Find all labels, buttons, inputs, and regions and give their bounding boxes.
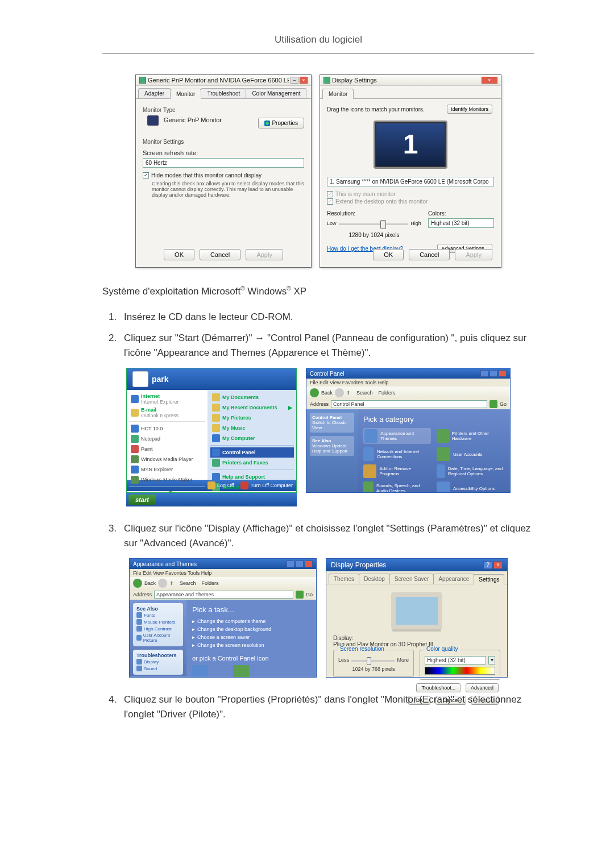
cp-icon-taskbar[interactable]: Taskbar and Start Menu (217, 665, 265, 678)
back-icon[interactable] (310, 388, 319, 397)
my-documents[interactable]: My Documents (210, 392, 294, 402)
address-field[interactable]: Appearance and Themes (154, 591, 293, 599)
close-icon[interactable] (499, 370, 507, 377)
hide-modes-checkbox[interactable]: ✓ (143, 172, 149, 178)
maximize-icon[interactable] (489, 370, 497, 377)
cat-datetime[interactable]: Date, Time, Language, and Regional Optio… (437, 464, 504, 478)
monitor-thumb[interactable]: 1 (374, 121, 447, 169)
my-music[interactable]: My Music (210, 423, 294, 433)
start-item-internet[interactable]: InternetInternet Explorer (129, 392, 205, 406)
color-select[interactable]: Highest (32 bit) (425, 656, 486, 665)
cp-icon-display[interactable]: Display (192, 665, 208, 678)
search-button[interactable]: Search (180, 580, 196, 586)
cat-sound[interactable]: Sounds, Speech, and Audio Devices (363, 481, 431, 493)
side-fonts[interactable]: Fonts (136, 612, 180, 618)
side-contrast[interactable]: High Contrast (136, 625, 180, 632)
printers-faxes[interactable]: Printers and Faxes (210, 458, 294, 468)
search-button[interactable]: Search (356, 390, 373, 396)
resolution-slider[interactable] (351, 656, 395, 666)
cancel-button[interactable]: Cancel (409, 249, 450, 260)
minimize-icon[interactable] (287, 560, 294, 567)
all-programs[interactable]: All Programs▶ (129, 489, 205, 493)
close-icon[interactable]: × (493, 561, 503, 569)
turnoff-button[interactable]: Turn Off Computer (240, 481, 293, 489)
go-icon[interactable] (296, 591, 304, 599)
task-theme[interactable]: ▸Change the computer's theme (192, 617, 310, 625)
switch-classic-link[interactable]: Switch to Classic View (312, 420, 352, 430)
apply-button[interactable]: Apply (455, 249, 492, 260)
folders-button[interactable]: Folders (202, 580, 219, 586)
forward-icon[interactable] (158, 579, 167, 588)
side-account-pic[interactable]: User Account Picture (136, 632, 180, 643)
cat-users[interactable]: User Accounts (437, 447, 504, 461)
my-computer[interactable]: My Computer (210, 433, 294, 443)
see-help-support[interactable]: Help and Support (312, 448, 352, 454)
tab-appearance[interactable]: Appearance (433, 574, 474, 584)
tab-monitor[interactable]: Monitor (322, 89, 354, 99)
identify-monitors-button[interactable]: Identify Monitors (447, 105, 492, 114)
tab-troubleshoot[interactable]: Troubleshoot (201, 88, 246, 98)
start-item-wmm[interactable]: Windows Movie Maker (129, 475, 205, 485)
minimize-button[interactable]: – (291, 77, 298, 84)
close-button[interactable]: × (482, 77, 497, 84)
run[interactable]: Run... (210, 492, 294, 493)
resolution-slider[interactable] (339, 219, 409, 230)
control-panel-menu-item[interactable]: Control Panel (210, 447, 294, 458)
tab-screensaver[interactable]: Screen Saver (389, 574, 434, 584)
tab-themes[interactable]: Themes (329, 574, 359, 584)
troubleshoot-button[interactable]: Troubleshoot... (416, 683, 460, 692)
tab-monitor[interactable]: Monitor (170, 89, 201, 99)
my-recent-docs[interactable]: My Recent Documents▶ (210, 402, 294, 413)
at-menu[interactable]: File Edit View Favorites Tools Help (130, 569, 316, 577)
side-sound[interactable]: Sound (136, 665, 180, 672)
colors-select[interactable]: Highest (32 bit) (428, 218, 494, 228)
monitor-select[interactable]: 1. Samsung **** on NVIDIA GeForce 6600 L… (327, 177, 494, 186)
task-screensaver[interactable]: ▸Choose a screen saver (192, 633, 310, 641)
side-mouse[interactable]: Mouse Pointers (136, 618, 180, 625)
help-support[interactable]: Help and Support (210, 472, 294, 482)
start-item-hct[interactable]: HCT 10.0 (129, 423, 205, 434)
forward-icon[interactable] (335, 388, 344, 397)
start-item-paint[interactable]: Paint (129, 444, 205, 454)
advanced-button[interactable]: Advanced (466, 683, 499, 692)
cp-menu[interactable]: File Edit View Favorites Tools Help (306, 379, 510, 387)
start-item-email[interactable]: E-mailOutlook Express (129, 406, 205, 420)
address-field[interactable]: Control Panel (331, 400, 487, 408)
tab-desktop[interactable]: Desktop (359, 574, 390, 584)
close-icon[interactable] (305, 560, 313, 567)
apply-button[interactable]: Apply (246, 249, 283, 260)
see-windows-update[interactable]: Windows Update (312, 443, 352, 448)
tab-settings[interactable]: Settings (474, 574, 504, 584)
close-button[interactable]: × (300, 77, 308, 84)
side-display[interactable]: Display (136, 658, 180, 665)
task-resolution[interactable]: ▸Change the screen resolution (192, 641, 310, 649)
properties-button[interactable]: Properties (258, 118, 304, 128)
minimize-icon[interactable] (480, 370, 488, 377)
start-item-notepad[interactable]: Notepad (129, 434, 205, 444)
start-button[interactable]: start (128, 495, 156, 505)
my-pictures[interactable]: My Pictures (210, 413, 294, 423)
cat-accessibility[interactable]: Accessibility Options (437, 481, 504, 493)
go-icon[interactable] (489, 400, 497, 408)
tab-adapter[interactable]: Adapter (138, 88, 171, 98)
logoff-button[interactable]: Log Off (208, 481, 234, 489)
up-icon[interactable]: ⬆ (169, 580, 174, 586)
ok-button[interactable]: OK (164, 249, 194, 260)
task-background[interactable]: ▸Change the desktop background (192, 625, 310, 633)
folders-button[interactable]: Folders (379, 390, 396, 396)
help-icon[interactable]: ? (483, 561, 492, 569)
cat-network[interactable]: Network and Internet Connections (363, 447, 431, 461)
start-item-wmp[interactable]: Windows Media Player (129, 454, 205, 464)
tab-color-management[interactable]: Color Management (246, 88, 306, 98)
extend-desktop-checkbox[interactable]: ✓ (327, 198, 333, 205)
maximize-icon[interactable] (296, 560, 304, 567)
cat-appearance-themes[interactable]: Appearance and Themes (363, 428, 431, 444)
back-icon[interactable] (133, 579, 142, 588)
start-item-msn[interactable]: MSN Explorer (129, 464, 205, 475)
main-monitor-checkbox[interactable]: ✓ (327, 191, 333, 197)
refresh-rate-select[interactable]: 60 Hertz (143, 158, 304, 168)
up-icon[interactable]: ⬆ (346, 390, 351, 396)
cat-add-remove[interactable]: Add or Remove Programs (363, 464, 431, 478)
cat-printers[interactable]: Printers and Other Hardware (437, 428, 504, 444)
cancel-button[interactable]: Cancel (200, 249, 240, 260)
